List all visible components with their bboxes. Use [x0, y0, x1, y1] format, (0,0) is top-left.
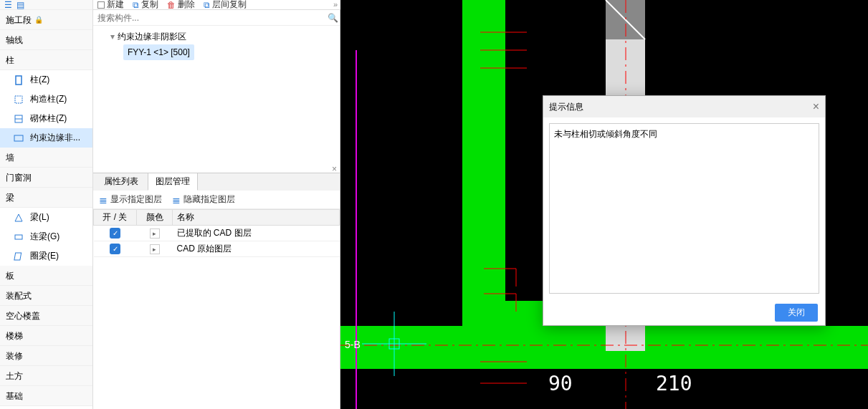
nav-item-label: 构造柱(Z): [30, 90, 67, 109]
nav-section-beam[interactable]: 梁: [0, 188, 92, 208]
nav-section-foundation[interactable]: 基础: [0, 386, 92, 406]
info-dialog: 提示信息 × 未与柱相切或倾斜角度不同 关闭: [543, 95, 826, 326]
layer-toolbar: ≣显示指定图层 ≣隐藏指定图层: [93, 191, 340, 209]
nav-item-label: 梁(L): [30, 208, 49, 227]
new-button[interactable]: 新建: [97, 0, 124, 10]
more-icon[interactable]: »: [333, 0, 338, 9]
layer-name: 已提取的 CAD 图层: [173, 226, 340, 241]
layer-name: CAD 原始图层: [173, 241, 340, 257]
canvas-dim-210: 210: [656, 372, 692, 395]
checkbox-checked[interactable]: ✓: [110, 244, 120, 254]
component-tree: ▾约束边缘非阴影区 FYY-1 <1> [500]: [93, 26, 340, 173]
table-row[interactable]: ✓ ▸ 已提取的 CAD 图层: [94, 226, 340, 241]
gouzao-icon: [13, 94, 24, 105]
nav-item-qiti-column[interactable]: 砌体柱(Z): [0, 109, 92, 128]
nav-section-column[interactable]: 柱: [0, 50, 92, 70]
layer-copy-button[interactable]: ⧉层间复制: [204, 0, 247, 10]
col-color[interactable]: 颜色: [137, 210, 173, 226]
tree-leaf-selected[interactable]: FYY-1 <1> [500]: [123, 44, 194, 60]
canvas-axis-label: 5-B: [345, 339, 361, 350]
tab-attributes[interactable]: 属性列表: [96, 173, 146, 191]
tree-group[interactable]: ▾约束边缘非阴影区: [103, 29, 334, 44]
dialog-body: 未与柱相切或倾斜角度不同: [549, 123, 819, 294]
nav-item-constraint-edge[interactable]: 约束边缘非...: [0, 128, 92, 148]
nav-item-quanliang[interactable]: 圈梁(E): [0, 246, 92, 266]
dialog-footer: 关闭: [543, 299, 825, 325]
svg-marker-5: [15, 214, 22, 221]
dialog-title: 提示信息: [549, 101, 583, 113]
nav-item-beam-l[interactable]: 梁(L): [0, 208, 92, 227]
expand-icon[interactable]: ▸: [150, 244, 160, 254]
svg-rect-4: [14, 135, 23, 141]
search-icon[interactable]: 🔍: [325, 13, 340, 23]
nav-section-axis[interactable]: 轴线: [0, 30, 92, 50]
layer-table: 开 / 关 颜色 名称 ✓ ▸ 已提取的 CAD 图层 ✓ ▸ CAD 原始图层: [93, 209, 340, 257]
qiti-icon: [13, 113, 24, 125]
nav-label: 施工段: [6, 10, 32, 30]
canvas-dim-90: 90: [548, 372, 573, 395]
nav-panel: ☰▤ 施工段 🔒 轴线 柱 柱(Z) 构造柱(Z) 砌体柱(Z) 约束边缘非..…: [0, 0, 93, 409]
property-panel: × 属性列表 图层管理 ≣显示指定图层 ≣隐藏指定图层 开 / 关 颜色 名称 …: [93, 173, 340, 409]
caret-down-icon: ▾: [110, 32, 115, 42]
nav-item-label: 砌体柱(Z): [30, 109, 67, 128]
nav-section-construction[interactable]: 施工段 🔒: [0, 10, 92, 30]
lianliang-icon: [13, 231, 24, 243]
beam-icon: [13, 212, 24, 223]
nav-section-slab[interactable]: 板: [0, 266, 92, 286]
nav-section-door-window[interactable]: 门窗洞: [0, 168, 92, 188]
tab-layer-manage[interactable]: 图层管理: [148, 173, 198, 191]
close-icon[interactable]: ×: [813, 100, 819, 113]
tab-row: 属性列表 图层管理: [93, 173, 340, 191]
col-onoff[interactable]: 开 / 关: [94, 210, 137, 226]
table-row[interactable]: ✓ ▸ CAD 原始图层: [94, 241, 340, 257]
column-icon: [13, 74, 24, 86]
dialog-header[interactable]: 提示信息 ×: [543, 96, 825, 117]
lock-icon: 🔒: [34, 10, 43, 30]
nav-item-label: 圈梁(E): [30, 246, 59, 266]
svg-rect-0: [16, 76, 22, 85]
nav-section-wall[interactable]: 墙: [0, 148, 92, 168]
dialog-message: 未与柱相切或倾斜角度不同: [554, 128, 814, 140]
hide-layer-button[interactable]: ≣隐藏指定图层: [172, 193, 235, 206]
delete-button[interactable]: 🗑删除: [167, 0, 195, 10]
middle-panel: 🔍 ▾约束边缘非阴影区 FYY-1 <1> [500] × 属性列表 图层管理 …: [93, 10, 340, 409]
nav-item-column-z[interactable]: 柱(Z): [0, 70, 92, 90]
hide-layer-icon: ≣: [172, 194, 181, 206]
quanliang-icon: [13, 251, 24, 262]
svg-rect-7: [14, 253, 22, 260]
nav-top-strip[interactable]: ☰▤: [0, 0, 92, 10]
nav-section-decoration[interactable]: 装修: [0, 346, 92, 366]
component-toolbar: 新建 ⧉复制 🗑删除 ⧉层间复制 »: [93, 0, 340, 10]
checkbox-checked[interactable]: ✓: [110, 228, 120, 239]
svg-rect-1: [15, 96, 22, 103]
nav-section-hollow[interactable]: 空心楼盖: [0, 306, 92, 326]
show-layer-button[interactable]: ≣显示指定图层: [99, 193, 162, 206]
copy-button[interactable]: ⧉复制: [133, 0, 158, 10]
svg-rect-8: [462, 0, 505, 326]
nav-section-stair[interactable]: 楼梯: [0, 326, 92, 346]
search-row: 🔍: [93, 10, 340, 26]
nav-item-gouzao-column[interactable]: 构造柱(Z): [0, 90, 92, 109]
nav-item-label: 连梁(G): [30, 227, 59, 246]
constraint-icon: [13, 133, 24, 144]
nav-item-label: 约束边缘非...: [30, 128, 80, 148]
nav-section-earthwork[interactable]: 土方: [0, 366, 92, 386]
close-button[interactable]: 关闭: [775, 304, 818, 322]
nav-item-label: 柱(Z): [30, 70, 49, 90]
nav-section-prefab[interactable]: 装配式: [0, 286, 92, 306]
nav-item-lianliang[interactable]: 连梁(G): [0, 227, 92, 246]
search-input[interactable]: [93, 13, 325, 23]
svg-rect-6: [15, 235, 22, 239]
panel-close-icon[interactable]: ×: [332, 164, 337, 174]
col-name[interactable]: 名称: [173, 210, 340, 226]
expand-icon[interactable]: ▸: [150, 228, 160, 239]
show-layer-icon: ≣: [99, 194, 108, 206]
